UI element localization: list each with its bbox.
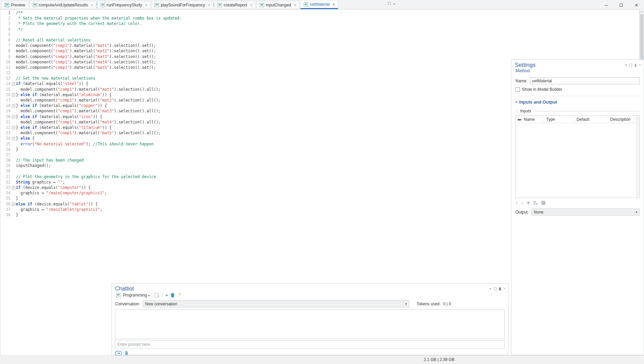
tab-inputchanged[interactable]: inputChanged× <box>256 1 300 9</box>
method-icon <box>218 3 222 7</box>
method-icon <box>101 3 105 7</box>
pin-icon[interactable] <box>635 64 636 67</box>
close-panel-icon[interactable]: × <box>639 63 641 67</box>
method-name-input[interactable] <box>530 77 640 84</box>
method-editor: Preview computeAndUpdateResults× runFreq… <box>0 0 397 221</box>
settings-panel: Settings ▾× Method Name: Show in Model B… <box>511 59 644 355</box>
close-tab-icon[interactable]: × <box>91 3 93 7</box>
close-button[interactable]: ✕ <box>629 0 644 10</box>
status-bar: 2.1 GB | 2.39 GB <box>0 355 644 364</box>
code-line: 3 * Plots the geometry with the current … <box>0 21 639 26</box>
minimize-button[interactable]: ─ <box>598 0 614 10</box>
row-marker-icon: ▸▸ <box>516 116 522 123</box>
output-label: Output: <box>515 210 529 215</box>
tokens-used-label: Tokens used: <box>417 302 441 306</box>
code-line: 9model.component("comp1").material("mat3… <box>0 54 639 59</box>
close-tab-icon[interactable]: × <box>333 2 335 6</box>
tab-runfrequencystudy[interactable]: runFrequencyStudy× <box>97 1 150 9</box>
show-in-model-builder-label: Show in Model Builder <box>522 87 562 92</box>
code-line: 5 <box>0 32 639 37</box>
chevron-down-icon: ▾ <box>515 100 517 104</box>
column-header-description: Description <box>608 116 634 123</box>
inputs-legend: Inputs <box>520 109 531 113</box>
close-panel-icon[interactable]: × <box>503 287 505 290</box>
show-in-model-builder-checkbox[interactable] <box>515 87 520 92</box>
editor-tab-strip: Preview computeAndUpdateResults× runFreq… <box>0 0 397 9</box>
delete-input-icon[interactable] <box>533 201 538 205</box>
tab-createreport[interactable]: createReport× <box>214 1 256 9</box>
tab-preview[interactable]: Preview <box>1 1 29 9</box>
scroll-up-icon[interactable]: ▲ <box>640 10 644 12</box>
code-line: 8model.component("comp1").material("mat2… <box>0 48 639 54</box>
float-panel-icon[interactable] <box>494 287 497 290</box>
close-tab-icon[interactable]: × <box>250 3 252 7</box>
inputs-table-toolbar: ↑ ↓ + <box>515 200 640 205</box>
inputs-table[interactable]: ▸▸ Name Type Default Description Un <box>515 115 640 198</box>
edit-table-icon[interactable] <box>541 201 546 205</box>
maximize-button[interactable] <box>614 0 629 10</box>
method-icon <box>155 3 159 7</box>
close-tab-icon[interactable]: × <box>294 3 296 7</box>
move-up-icon[interactable]: ↑ <box>515 200 518 205</box>
method-icon <box>260 3 264 7</box>
column-header-default: Default <box>575 116 608 123</box>
chatbot-title: Chatbot <box>115 286 134 292</box>
chatbot-prompt-input[interactable] <box>115 342 504 347</box>
tab-playsoundforfrequency[interactable]: playSoundForFrequency× <box>151 1 214 9</box>
pin-icon[interactable] <box>499 287 501 290</box>
close-tab-icon[interactable]: × <box>145 3 147 7</box>
code-line: 1/** <box>0 10 639 16</box>
method-icon <box>304 2 308 6</box>
settings-subtitle: Method <box>511 68 644 73</box>
tokens-used-value: 0 | 0 <box>443 302 451 306</box>
float-panel-icon[interactable] <box>629 64 632 66</box>
code-line: 6// Reset all material selections <box>0 37 639 43</box>
table-scrollbar[interactable] <box>636 116 639 198</box>
add-input-icon[interactable]: + <box>527 201 530 205</box>
column-header-type: Type <box>544 116 575 123</box>
panel-menu-icon[interactable]: ▾ <box>625 63 627 67</box>
code-line: 2 * Sets the material properties when th… <box>0 16 639 21</box>
insert-into-method-icon[interactable] <box>155 293 160 298</box>
preview-icon <box>5 3 9 7</box>
new-conversation-icon[interactable]: + <box>165 293 168 297</box>
clear-conversation-broom-icon[interactable] <box>177 293 182 298</box>
editor-menu-icon[interactable]: ▾ <box>393 2 395 6</box>
code-line: 7model.component("comp1").material("mat1… <box>0 43 639 48</box>
memory-usage: 2.1 GB | 2.39 GB <box>424 357 454 362</box>
close-tab-icon[interactable]: × <box>208 3 210 7</box>
tab-setmaterial[interactable]: setMaterial× <box>300 0 338 9</box>
settings-title: Settings <box>515 62 535 68</box>
float-editor-icon[interactable] <box>388 2 391 5</box>
inputs-and-output-section-header[interactable]: ▾ Inputs and Output <box>515 100 640 105</box>
send-prompt-button[interactable] <box>115 351 122 356</box>
panel-menu-icon[interactable]: ▾ <box>489 287 491 290</box>
conversation-select[interactable]: New conversation▾ <box>143 300 409 307</box>
mode-select[interactable]: Programming ▾ <box>123 293 149 298</box>
name-label: Name: <box>515 79 527 83</box>
chatbot-panel: Chatbot ▾× Programming ▾ + Conversation:… <box>111 283 508 355</box>
programming-mode-icon <box>116 293 120 297</box>
column-header-name: Name <box>522 116 544 123</box>
tab-computeandupdateresults[interactable]: computeAndUpdateResults× <box>29 1 97 9</box>
method-icon <box>33 3 37 7</box>
chatbot-toolbar: Programming ▾ + <box>112 292 508 299</box>
chatbot-response-area <box>115 309 505 339</box>
code-line: 4 */ <box>0 27 639 32</box>
output-select[interactable]: None▾ <box>531 208 640 216</box>
move-down-icon[interactable]: ↓ <box>521 200 524 205</box>
delete-conversation-icon[interactable] <box>170 293 175 298</box>
conversation-label: Conversation: <box>115 302 140 306</box>
